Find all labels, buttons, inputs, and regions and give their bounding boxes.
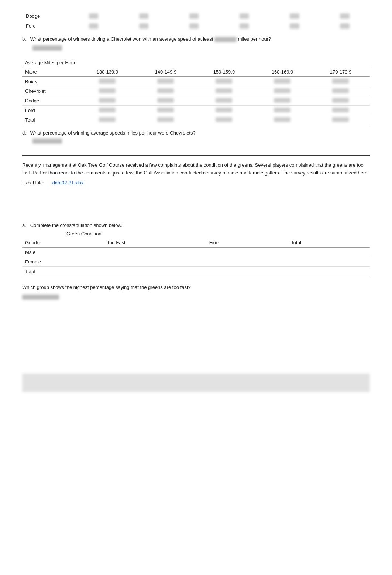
col-make: Make [22,67,78,77]
ford-t-c1 [78,106,137,115]
ford-cell-4 [219,21,269,31]
excel-file-link[interactable]: data02-31.xlsx [52,180,84,186]
which-group-question: Which group shows the highest percentage… [22,284,370,291]
chev-c2 [137,86,195,96]
buick-c4 [253,77,312,86]
fine-col-header: Fine [206,238,288,248]
dodge-cell-4 [219,11,269,21]
crosstab-total-label: Total [22,266,104,276]
chev-c5 [312,86,370,96]
dodge-cell-2 [119,11,169,21]
crosstab-total-total [288,266,370,276]
ford-t-c4 [253,106,312,115]
female-total [288,257,370,266]
crosstab-total-toofast [104,266,206,276]
avg-miles-table-container: Average Miles per Hour Make 130-139.9 14… [22,58,370,125]
dodge-table-label: Dodge [22,96,78,106]
gender-col-header: Gender [22,238,104,248]
table-title: Average Miles per Hour [22,58,370,67]
answer-b [32,45,62,51]
col-160: 160-169.9 [253,67,312,77]
top-table: Dodge Ford [22,11,370,31]
green-condition-label: Green Condition [66,231,370,237]
spacer-1 [22,186,370,208]
dodge-t-c2 [137,96,195,106]
chev-c3 [195,86,253,96]
dodge-cell-3 [169,11,219,21]
ford-table-row: Ford [22,106,370,115]
blank-miles [214,37,237,42]
buick-c5 [312,77,370,86]
answer-which-group [22,295,59,300]
female-label: Female [22,257,104,266]
table-title-row: Average Miles per Hour [22,58,370,67]
ford-cell-2 [119,21,169,31]
part-a-letter: a. [22,222,26,228]
male-row: Male [22,247,370,257]
avg-miles-table: Average Miles per Hour Make 130-139.9 14… [22,58,370,125]
ford-t-c2 [137,106,195,115]
toofast-col-header: Too Fast [104,238,206,248]
ford-cell-5 [269,21,320,31]
question-d-label: d. [22,130,26,136]
female-fine [206,257,288,266]
top-table-section: Dodge Ford [22,11,370,31]
section-divider [22,155,370,156]
dodge-table-row: Dodge [22,96,370,106]
crosstab-table: Gender Too Fast Fine Total Male Female T… [22,238,370,276]
male-toofast [104,247,206,257]
total-label: Total [22,115,78,125]
dodge-cell-5 [269,11,320,21]
crosstab-total-fine [206,266,288,276]
col-130: 130-139.9 [78,67,137,77]
male-label: Male [22,247,104,257]
dodge-t-c4 [253,96,312,106]
male-total [288,247,370,257]
chevrolet-row: Chevrolet [22,86,370,96]
ford-table-label: Ford [22,106,78,115]
question-d: d. What percentage of winning average sp… [22,129,370,137]
which-group-text: Which group shows the highest percentage… [22,285,191,290]
ford-cell-6 [320,21,370,31]
question-b: b. What percentage of winners driving a … [22,35,370,43]
buick-c1 [78,77,137,86]
golf-intro: Recently, management at Oak Tree Golf Co… [22,161,370,177]
question-b-label: b. [22,36,26,42]
dodge-t-c3 [195,96,253,106]
buick-c3 [195,77,253,86]
col-170: 170-179.9 [312,67,370,77]
part-a-text: Complete the crosstabulation shown below… [30,222,123,228]
dodge-label: Dodge [22,11,69,21]
total-col-header: Total [288,238,370,248]
total-row: Total [22,115,370,125]
total-c5 [312,115,370,125]
female-row: Female [22,257,370,266]
crosstab-total-row: Total [22,266,370,276]
footer-blurred [22,374,370,392]
total-c1 [78,115,137,125]
excel-line: Excel File: data02-31.xlsx [22,180,370,186]
total-c2 [137,115,195,125]
dodge-cell-1 [69,11,119,21]
total-c3 [195,115,253,125]
answer-d [32,139,62,144]
chev-c4 [253,86,312,96]
col-140: 140-149.9 [137,67,195,77]
female-toofast [104,257,206,266]
question-d-text: What percentage of winning average speed… [30,130,196,136]
ford-cell-1 [69,21,119,31]
crosstab-header-row: Gender Too Fast Fine Total [22,238,370,248]
chev-c1 [78,86,137,96]
dodge-cell-6 [320,11,370,21]
ford-label: Ford [22,21,69,31]
buick-row: Buick [22,77,370,86]
buick-c2 [137,77,195,86]
ford-row: Ford [22,21,370,31]
total-c4 [253,115,312,125]
golf-intro-text: Recently, management at Oak Tree Golf Co… [22,162,369,176]
buick-label: Buick [22,77,78,86]
col-150: 150-159.9 [195,67,253,77]
dodge-row: Dodge [22,11,370,21]
chevrolet-label: Chevrolet [22,86,78,96]
male-fine [206,247,288,257]
